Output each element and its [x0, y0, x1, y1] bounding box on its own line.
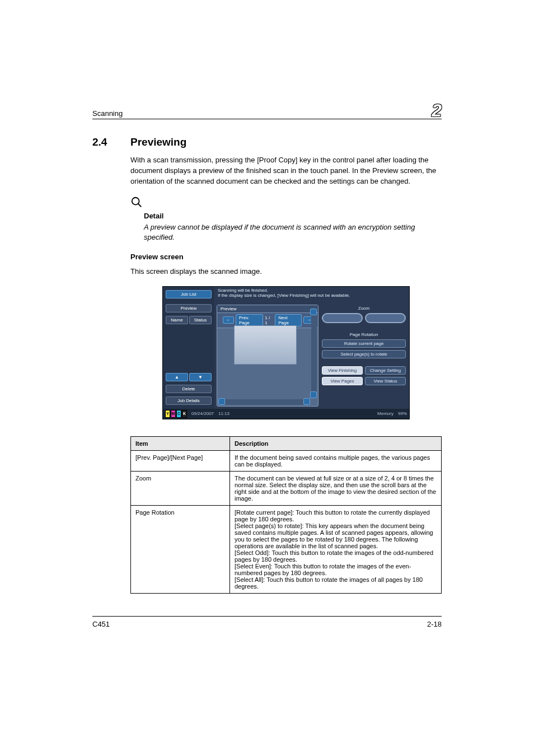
- scroll-left-icon[interactable]: [218, 398, 225, 405]
- table-row: Page Rotation [Rotate current page]: Tou…: [131, 505, 442, 593]
- footer-time: 11:13: [218, 411, 229, 416]
- prev-page-button[interactable]: Prev. Page: [236, 314, 263, 326]
- zoom-label: Zoom: [322, 306, 406, 311]
- preview-inner-label: Preview: [221, 306, 236, 311]
- svg-point-0: [132, 197, 139, 204]
- view-finishing-button[interactable]: View Finishing: [322, 366, 363, 375]
- section-title: Previewing: [130, 136, 186, 148]
- memory-value: 99%: [398, 411, 407, 416]
- vertical-scrollbar[interactable]: [311, 315, 317, 394]
- scroll-up-icon[interactable]: [310, 309, 317, 315]
- header-section: Scanning: [92, 109, 123, 118]
- cell-item: Page Rotation: [131, 505, 230, 593]
- next-page-button[interactable]: Next Page: [275, 314, 302, 326]
- view-pages-button[interactable]: View Pages: [322, 377, 363, 385]
- section-heading: 2.4 Previewing: [92, 136, 442, 148]
- detail-icon: [130, 196, 442, 211]
- table-row: Zoom The document can be viewed at full …: [131, 471, 442, 505]
- cell-item: [Prev. Page]/[Next Page]: [131, 450, 230, 471]
- footer-model: C451: [92, 620, 110, 628]
- arrow-left-icon[interactable]: ←: [223, 316, 234, 324]
- preview-pane: Preview ← Prev. Page 1 / 1 Next Page →: [217, 305, 318, 407]
- memory-label: Memory: [377, 411, 394, 416]
- preview-tab[interactable]: Preview: [166, 304, 212, 312]
- zoom-in-button[interactable]: [365, 313, 406, 323]
- description-table: Item Description [Prev. Page]/[Next Page…: [130, 436, 442, 594]
- preview-screen-heading: Preview screen: [130, 253, 442, 261]
- job-list-button[interactable]: Job List: [166, 290, 212, 298]
- page-rotation-label: Page Rotation: [322, 332, 406, 337]
- col-header-description: Description: [230, 436, 442, 450]
- horizontal-scrollbar[interactable]: [218, 399, 310, 405]
- touchpanel-screenshot: Job List Scanning will be finished. If t…: [162, 286, 410, 419]
- page-footer: C451 2-18: [92, 616, 442, 628]
- scroll-down-icon[interactable]: [310, 391, 317, 398]
- status-message-line2: If the display size is changed, [View Fi…: [218, 293, 406, 298]
- detail-text: A preview cannot be displayed if the doc…: [144, 222, 442, 242]
- scroll-right-icon[interactable]: [303, 398, 310, 405]
- chapter-badge-wrap: 2: [421, 101, 442, 118]
- section-number: 2.4: [92, 136, 116, 148]
- status-message: Scanning will be finished. If the displa…: [214, 287, 409, 302]
- svg-line-1: [138, 203, 142, 207]
- delete-button[interactable]: Delete: [166, 385, 212, 393]
- scroll-up-button[interactable]: ▲: [166, 373, 188, 381]
- change-setting-button[interactable]: Change Setting: [365, 366, 406, 375]
- chapter-number: 2: [432, 100, 442, 121]
- cell-desc: The document can be viewed at full size …: [230, 471, 442, 505]
- status-button[interactable]: Status: [189, 316, 212, 324]
- intro-paragraph: With a scan transmission, pressing the […: [130, 155, 442, 187]
- cell-item: Zoom: [131, 471, 230, 505]
- col-header-item: Item: [131, 436, 230, 450]
- zoom-out-button[interactable]: [322, 313, 363, 323]
- name-button[interactable]: Name: [166, 316, 188, 324]
- detail-label: Detail: [144, 212, 442, 220]
- cell-desc: [Rotate current page]: Touch this button…: [230, 505, 442, 593]
- status-message-line1: Scanning will be finished.: [218, 288, 406, 293]
- cell-desc: If the document being saved contains mul…: [230, 450, 442, 471]
- toner-indicator: YMCK: [165, 410, 187, 418]
- rotate-current-page-button[interactable]: Rotate current page: [322, 339, 406, 348]
- page-counter: 1 / 1: [265, 315, 273, 325]
- job-details-button[interactable]: Job Details: [166, 396, 212, 405]
- preview-image: [234, 325, 297, 365]
- select-pages-to-rotate-button[interactable]: Select page(s) to rotate: [322, 350, 406, 358]
- footer-date: 09/24/2007: [191, 411, 214, 416]
- footer-page: 2-18: [427, 620, 442, 628]
- table-row: [Prev. Page]/[Next Page] If the document…: [131, 450, 442, 471]
- view-status-button[interactable]: View Status: [365, 377, 406, 385]
- scroll-down-button[interactable]: ▼: [189, 373, 212, 381]
- page-header: Scanning 2: [92, 101, 442, 119]
- preview-screen-para: This screen displays the scanned image.: [130, 267, 442, 277]
